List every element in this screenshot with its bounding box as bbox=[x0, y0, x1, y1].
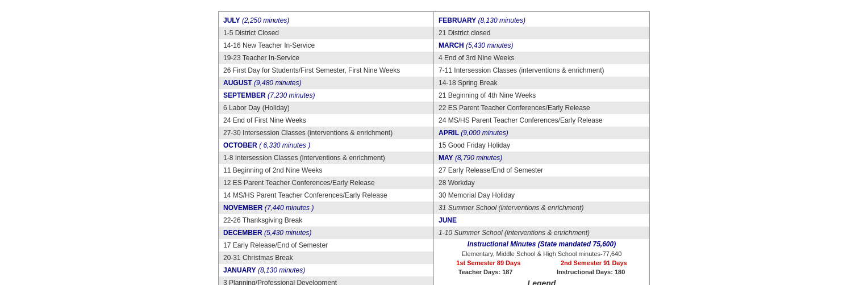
list-item: 7-11 Intersession Classes (interventions… bbox=[434, 64, 649, 77]
list-item: NOVEMBER (7,440 minutes ) bbox=[219, 202, 433, 214]
list-item: JANUARY (8,130 minutes) bbox=[219, 264, 433, 276]
list-item: 6 Labor Day (Holiday) bbox=[219, 102, 433, 114]
semester1-label: 1st Semester 89 Days bbox=[456, 259, 520, 266]
list-item: 31 Summer School (interventions & enrich… bbox=[434, 202, 649, 214]
list-item: JULY (2,250 minutes) bbox=[219, 14, 433, 27]
list-item: 30 Memorial Day Holiday bbox=[434, 189, 649, 202]
list-item: 22-26 Thanksgiving Break bbox=[219, 214, 433, 227]
list-item: AUGUST (9,480 minutes) bbox=[219, 77, 433, 89]
list-item: 24 End of First Nine Weeks bbox=[219, 114, 433, 127]
list-item: 1-10 Summer School (interventions & enri… bbox=[434, 227, 649, 239]
list-item: SEPTEMBER (7,230 minutes) bbox=[219, 89, 433, 102]
list-item: 12 ES Parent Teacher Conferences/Early R… bbox=[219, 177, 433, 189]
instructional-days-label: Instructional Days: 180 bbox=[557, 269, 625, 275]
list-item: 27 Early Release/End of Semester bbox=[434, 164, 649, 177]
list-item: 21 Beginning of 4th Nine Weeks bbox=[434, 89, 649, 102]
teacher-days-row: Teacher Days: 187Instructional Days: 180 bbox=[434, 267, 649, 276]
left-column: JULY (2,250 minutes)1-5 District Closed1… bbox=[218, 11, 434, 285]
elementary-minutes-row: Elementary, Middle School & High School … bbox=[434, 249, 649, 258]
list-item: JUNE bbox=[434, 214, 649, 227]
list-item: 27-30 Intersession Classes (intervention… bbox=[219, 127, 433, 139]
page-container: JULY (2,250 minutes)1-5 District Closed1… bbox=[0, 0, 868, 285]
list-item: 1-8 Intersession Classes (interventions … bbox=[219, 152, 433, 164]
instructional-minutes-row: Instructional Minutes (State mandated 75… bbox=[434, 239, 649, 249]
semester-row: 1st Semester 89 Days2nd Semester 91 Days bbox=[434, 258, 649, 267]
list-item: MAY (8,790 minutes) bbox=[434, 152, 649, 164]
list-item: 21 District closed bbox=[434, 27, 649, 39]
list-item: MARCH (5,430 minutes) bbox=[434, 39, 649, 52]
list-item: OCTOBER ( 6,330 minutes ) bbox=[219, 139, 433, 152]
list-item: 24 MS/HS Parent Teacher Conferences/Earl… bbox=[434, 114, 649, 127]
list-item: 3 Planning/Professional Development bbox=[219, 276, 433, 285]
list-item: 14 MS/HS Parent Teacher Conferences/Earl… bbox=[219, 189, 433, 202]
list-item: 1-5 District Closed bbox=[219, 27, 433, 39]
list-item: 19-23 Teacher In-Service bbox=[219, 52, 433, 64]
list-item: 15 Good Friday Holiday bbox=[434, 139, 649, 152]
legend-row: Legend bbox=[434, 276, 649, 285]
teacher-days-label: Teacher Days: 187 bbox=[458, 269, 513, 275]
list-item: 4 End of 3rd Nine Weeks bbox=[434, 52, 649, 64]
list-item: FEBRUARY (8,130 minutes) bbox=[434, 14, 649, 27]
list-item: 17 Early Release/End of Semester bbox=[219, 239, 433, 252]
list-item: 28 Workday bbox=[434, 177, 649, 189]
list-item: 26 First Day for Students/First Semester… bbox=[219, 64, 433, 77]
semester2-label: 2nd Semester 91 Days bbox=[561, 259, 627, 266]
list-item: APRIL (9,000 minutes) bbox=[434, 127, 649, 139]
list-item: 11 Beginning of 2nd Nine Weeks bbox=[219, 164, 433, 177]
list-item: DECEMBER (5,430 minutes) bbox=[219, 227, 433, 239]
list-item: 14-18 Spring Break bbox=[434, 77, 649, 89]
list-item: 22 ES Parent Teacher Conferences/Early R… bbox=[434, 102, 649, 114]
list-item: 20-31 Christmas Break bbox=[219, 252, 433, 264]
right-column: FEBRUARY (8,130 minutes)21 District clos… bbox=[434, 11, 650, 285]
list-item: 14-16 New Teacher In-Service bbox=[219, 39, 433, 52]
